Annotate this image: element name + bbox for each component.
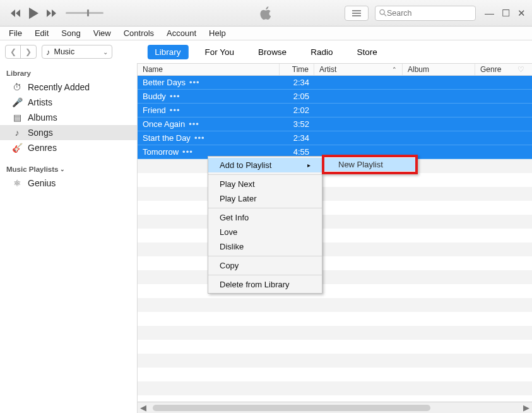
song-list: Name Time Artist⌃ Album Genre ♡ Better D…: [138, 63, 532, 413]
toolbar: ❮ ❯ ♪ Music ⌄ LibraryFor YouBrowseRadioS…: [0, 40, 532, 63]
col-loved[interactable]: ♡: [513, 65, 528, 74]
search-box[interactable]: [375, 6, 476, 21]
tab-store[interactable]: Store: [349, 45, 384, 59]
tab-for-you[interactable]: For You: [198, 45, 242, 59]
tab-radio[interactable]: Radio: [303, 45, 340, 59]
more-icon[interactable]: •••: [170, 105, 180, 115]
list-view-button[interactable]: [345, 6, 369, 21]
ctx-separator: [208, 275, 322, 275]
scroll-thumb[interactable]: [153, 405, 430, 411]
more-icon[interactable]: •••: [194, 133, 205, 143]
col-name[interactable]: Name: [138, 64, 280, 75]
menu-song[interactable]: Song: [56, 27, 85, 39]
ctx-dislike[interactable]: Dislike: [208, 239, 322, 254]
empty-row: [138, 173, 532, 187]
search-icon: [379, 9, 387, 17]
ctx-separator: [208, 174, 322, 175]
title-bar: — ☐ ✕: [0, 0, 532, 27]
back-button[interactable]: ❮: [6, 45, 21, 58]
mic-icon: 🎤: [11, 97, 23, 107]
search-input[interactable]: [387, 9, 471, 18]
song-name: Tomorrow: [143, 147, 179, 157]
song-name: Friend: [143, 105, 166, 115]
ctx-get-info[interactable]: Get Info: [208, 210, 322, 225]
more-icon[interactable]: •••: [189, 119, 199, 129]
sidebar-item-genius[interactable]: ⚛Genius: [0, 176, 137, 191]
sidebar-header-library: Library: [0, 67, 137, 80]
more-icon[interactable]: •••: [170, 92, 180, 101]
menu-help[interactable]: Help: [204, 27, 231, 39]
menu-view[interactable]: View: [88, 27, 116, 39]
maximize-button[interactable]: ☐: [502, 8, 510, 18]
sidebar-item-artists[interactable]: 🎤Artists: [0, 95, 137, 110]
ctx-love[interactable]: Love: [208, 225, 322, 239]
tab-library[interactable]: Library: [147, 45, 188, 59]
col-album[interactable]: Album: [403, 64, 475, 75]
ctx-play-later[interactable]: Play Later: [208, 191, 322, 206]
menu-account[interactable]: Account: [162, 27, 201, 39]
sidebar-item-albums[interactable]: ▤Albums: [0, 110, 137, 125]
ctx-item-label: Get Info: [220, 213, 249, 222]
table-row[interactable]: Friend •••2:02: [138, 104, 532, 117]
prev-button[interactable]: [10, 9, 23, 18]
song-time: 2:05: [280, 92, 314, 101]
forward-button[interactable]: ❯: [21, 45, 36, 58]
empty-row: [138, 298, 532, 312]
song-name: Start the Day: [143, 133, 191, 143]
sidebar-header-playlists[interactable]: Music Playlists ⌄: [0, 163, 137, 176]
tab-browse[interactable]: Browse: [251, 45, 294, 59]
col-artist[interactable]: Artist⌃: [314, 64, 403, 75]
ctx-delete-from-library[interactable]: Delete from Library: [208, 277, 322, 292]
scroll-left-button[interactable]: ◀: [138, 403, 149, 412]
empty-row: [138, 242, 532, 256]
more-icon[interactable]: •••: [182, 147, 193, 157]
ctx-item-label: Copy: [220, 261, 239, 270]
play-button[interactable]: [27, 6, 40, 20]
table-row[interactable]: Start the Day •••2:34: [138, 131, 532, 145]
sidebar-item-recently-added[interactable]: ⏱Recently Added: [0, 80, 137, 95]
more-icon[interactable]: •••: [189, 78, 200, 87]
media-selector-label: Music: [54, 47, 100, 56]
song-name: Buddy: [143, 92, 166, 101]
volume-slider[interactable]: [66, 12, 103, 14]
ctx-item-label: Love: [220, 227, 237, 237]
scroll-right-button[interactable]: ▶: [521, 403, 532, 412]
sidebar-item-label: Songs: [28, 128, 53, 138]
menu-file[interactable]: File: [4, 27, 27, 39]
song-time: 3:52: [280, 119, 314, 129]
table-row[interactable]: Buddy •••2:05: [138, 90, 532, 104]
note-icon: ♪: [46, 47, 50, 57]
apple-logo-icon: [260, 6, 273, 20]
close-button[interactable]: ✕: [517, 8, 526, 18]
ctx-new-playlist[interactable]: New Playlist: [324, 158, 415, 171]
empty-row: [138, 215, 532, 229]
ctx-copy[interactable]: Copy: [208, 258, 322, 273]
sort-asc-icon: ⌃: [392, 66, 397, 73]
ctx-item-label: Delete from Library: [220, 280, 290, 289]
sidebar-item-genres[interactable]: 🎸Genres: [0, 140, 137, 155]
song-name: Once Again: [143, 119, 185, 129]
next-button[interactable]: [44, 9, 57, 18]
empty-row: [138, 201, 532, 215]
genius-icon: ⚛: [11, 178, 23, 188]
ctx-add-to-playlist[interactable]: Add to Playlist▸: [208, 158, 322, 172]
sidebar-item-songs[interactable]: ♪Songs: [0, 125, 137, 140]
sidebar-item-label: Albums: [28, 112, 57, 123]
empty-row: [138, 187, 532, 201]
view-tabs: LibraryFor YouBrowseRadioStore: [147, 45, 384, 59]
ctx-play-next[interactable]: Play Next: [208, 177, 322, 191]
media-selector[interactable]: ♪ Music ⌄: [42, 45, 112, 59]
column-headers: Name Time Artist⌃ Album Genre ♡: [138, 63, 532, 76]
song-time: 2:02: [280, 105, 314, 115]
minimize-button[interactable]: —: [485, 8, 494, 18]
col-genre[interactable]: Genre: [475, 64, 513, 75]
horizontal-scrollbar[interactable]: ◀ ▶: [138, 402, 532, 413]
empty-row: [138, 340, 532, 354]
menu-controls[interactable]: Controls: [119, 27, 159, 39]
empty-row: [138, 270, 532, 284]
menu-edit[interactable]: Edit: [30, 27, 54, 39]
menu-bar: FileEditSongViewControlsAccountHelp: [0, 27, 532, 40]
table-row[interactable]: Better Days •••2:34: [138, 76, 532, 90]
table-row[interactable]: Once Again •••3:52: [138, 117, 532, 131]
col-time[interactable]: Time: [280, 64, 314, 75]
